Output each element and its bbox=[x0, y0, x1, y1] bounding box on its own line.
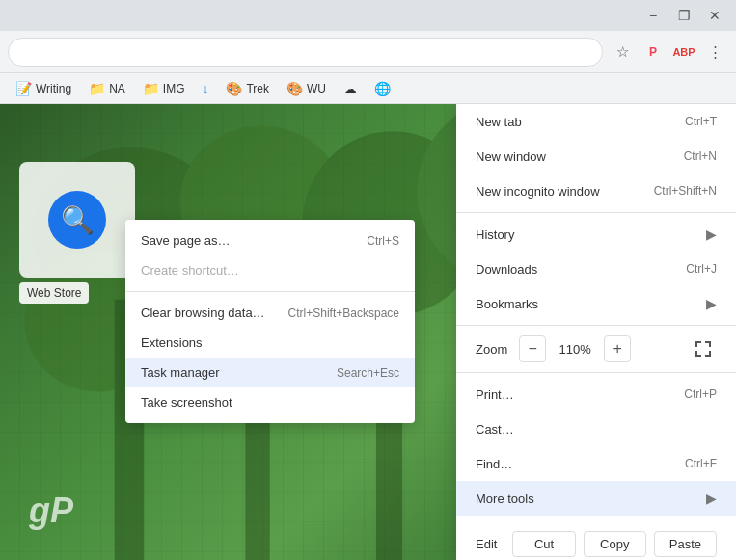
address-bar[interactable] bbox=[8, 38, 603, 67]
bookmarks-bar: 📝 Writing 📁 NA 📁 IMG ↓ 🎨 Trek 🎨 WU ☁ 🌐 bbox=[0, 73, 736, 104]
bookmark-na[interactable]: 📁 NA bbox=[81, 79, 133, 98]
menu-bookmarks[interactable]: Bookmarks ▶ bbox=[456, 286, 736, 321]
bookmark-trek-label: Trek bbox=[246, 82, 269, 95]
extensions-label: Extensions bbox=[141, 335, 399, 350]
submenu-extensions[interactable]: Extensions bbox=[125, 328, 415, 358]
menu-print[interactable]: Print… Ctrl+P bbox=[456, 377, 736, 412]
history-arrow: ▶ bbox=[706, 227, 717, 242]
menu-divider-1 bbox=[456, 212, 736, 213]
new-tab-shortcut: Ctrl+T bbox=[685, 115, 717, 128]
cloud-icon: ☁ bbox=[343, 81, 357, 96]
bookmarks-label: Bookmarks bbox=[476, 297, 698, 311]
fullscreen-button[interactable] bbox=[690, 335, 717, 362]
menu-divider-4 bbox=[456, 520, 736, 520]
bookmark-na-label: NA bbox=[109, 82, 125, 95]
clear-browsing-label: Clear browsing data… bbox=[141, 306, 281, 320]
cast-label: Cast… bbox=[476, 422, 717, 437]
copy-button[interactable]: Copy bbox=[584, 531, 646, 557]
main-menu: New tab Ctrl+T New window Ctrl+N New inc… bbox=[456, 104, 736, 560]
submenu-take-screenshot[interactable]: Take screenshot bbox=[125, 387, 415, 417]
svg-rect-20 bbox=[709, 351, 711, 357]
new-tab-label: New tab bbox=[476, 115, 685, 129]
menu-downloads[interactable]: Downloads Ctrl+J bbox=[456, 252, 736, 286]
task-manager-label: Task manager bbox=[141, 365, 329, 380]
zoom-value: 110% bbox=[556, 342, 594, 357]
bookmark-trek[interactable]: 🎨 Trek bbox=[218, 79, 277, 98]
more-tools-label: More tools bbox=[476, 492, 698, 506]
more-tools-arrow: ▶ bbox=[706, 491, 717, 506]
gp-logo: gP bbox=[29, 491, 73, 531]
task-manager-shortcut: Search+Esc bbox=[337, 366, 399, 380]
new-incognito-shortcut: Ctrl+Shift+N bbox=[654, 184, 717, 198]
zoom-out-button[interactable]: − bbox=[519, 335, 546, 362]
paste-button[interactable]: Paste bbox=[654, 531, 717, 557]
find-label: Find… bbox=[476, 457, 685, 471]
folder-icon-na: 📁 bbox=[89, 81, 105, 96]
more-icon[interactable]: ⋮ bbox=[701, 39, 728, 66]
submenu-clear-browsing[interactable]: Clear browsing data… Ctrl+Shift+Backspac… bbox=[125, 298, 415, 328]
writing-icon: 📝 bbox=[15, 81, 32, 96]
menu-find[interactable]: Find… Ctrl+F bbox=[456, 446, 736, 481]
toolbar-icons: ☆ P ABP ⋮ bbox=[609, 39, 728, 66]
print-label: Print… bbox=[476, 387, 684, 402]
submenu-divider-1 bbox=[125, 291, 415, 292]
new-window-label: New window bbox=[476, 149, 684, 164]
menu-divider-3 bbox=[456, 372, 736, 373]
bookmark-cloud[interactable]: ☁ bbox=[336, 79, 365, 98]
svg-rect-14 bbox=[695, 341, 697, 347]
bookmark-img[interactable]: 📁 IMG bbox=[135, 79, 193, 98]
more-tools-submenu: Save page as… Ctrl+S Create shortcut… Cl… bbox=[125, 220, 415, 423]
bookmark-wu[interactable]: 🎨 WU bbox=[279, 79, 334, 98]
star-icon[interactable]: ☆ bbox=[609, 39, 636, 66]
wu-icon: 🎨 bbox=[286, 81, 303, 96]
trek-icon: 🎨 bbox=[226, 81, 242, 96]
minimize-button[interactable]: − bbox=[640, 2, 667, 29]
menu-cast[interactable]: Cast… bbox=[456, 412, 736, 446]
svg-rect-18 bbox=[695, 351, 697, 357]
menu-new-tab[interactable]: New tab Ctrl+T bbox=[456, 104, 736, 139]
new-incognito-label: New incognito window bbox=[476, 184, 654, 199]
bookmark-download[interactable]: ↓ bbox=[194, 79, 216, 98]
web-store-label: Web Store bbox=[19, 282, 89, 304]
save-page-shortcut: Ctrl+S bbox=[367, 234, 399, 248]
bookmark-globe[interactable]: 🌐 bbox=[367, 79, 398, 98]
submenu-save-page[interactable]: Save page as… Ctrl+S bbox=[125, 226, 415, 255]
pocket-icon[interactable]: P bbox=[640, 39, 667, 66]
search-icon: 🔍 bbox=[61, 204, 95, 236]
search-circle: 🔍 bbox=[48, 191, 106, 249]
bookmark-wu-label: WU bbox=[307, 82, 326, 95]
globe-icon: 🌐 bbox=[374, 81, 391, 96]
print-shortcut: Ctrl+P bbox=[684, 387, 717, 401]
menu-new-incognito[interactable]: New incognito window Ctrl+Shift+N bbox=[456, 173, 736, 208]
content-area: 🔍 Web Store gP Save page as… Ctrl+S Crea… bbox=[0, 104, 736, 560]
download-icon: ↓ bbox=[202, 81, 208, 96]
bookmark-img-label: IMG bbox=[163, 82, 185, 95]
take-screenshot-label: Take screenshot bbox=[141, 395, 399, 410]
bookmark-writing-label: Writing bbox=[36, 82, 71, 95]
maximize-button[interactable]: ❐ bbox=[670, 2, 697, 29]
downloads-label: Downloads bbox=[476, 262, 686, 277]
extension-icon-red[interactable]: ABP bbox=[670, 39, 697, 66]
zoom-label: Zoom bbox=[476, 342, 507, 357]
menu-history[interactable]: History ▶ bbox=[456, 217, 736, 252]
history-label: History bbox=[476, 227, 698, 242]
clear-browsing-shortcut: Ctrl+Shift+Backspace bbox=[288, 307, 399, 320]
svg-rect-16 bbox=[709, 341, 711, 347]
toolbar: ☆ P ABP ⋮ bbox=[0, 31, 736, 73]
new-window-shortcut: Ctrl+N bbox=[684, 149, 717, 163]
menu-new-window[interactable]: New window Ctrl+N bbox=[456, 139, 736, 173]
find-shortcut: Ctrl+F bbox=[685, 457, 717, 470]
zoom-row: Zoom − 110% + bbox=[456, 330, 736, 368]
zoom-in-button[interactable]: + bbox=[604, 335, 631, 362]
downloads-shortcut: Ctrl+J bbox=[686, 262, 717, 276]
create-shortcut-label: Create shortcut… bbox=[141, 263, 399, 278]
cut-button[interactable]: Cut bbox=[512, 531, 575, 557]
submenu-task-manager[interactable]: Task manager Search+Esc bbox=[125, 358, 415, 387]
close-button[interactable]: ✕ bbox=[701, 2, 728, 29]
save-page-label: Save page as… bbox=[141, 233, 359, 248]
submenu-create-shortcut[interactable]: Create shortcut… bbox=[125, 255, 415, 285]
search-overlay: 🔍 bbox=[19, 162, 135, 278]
title-bar: − ❐ ✕ bbox=[0, 0, 736, 31]
bookmark-writing[interactable]: 📝 Writing bbox=[8, 79, 79, 98]
menu-more-tools[interactable]: More tools ▶ bbox=[456, 481, 736, 516]
